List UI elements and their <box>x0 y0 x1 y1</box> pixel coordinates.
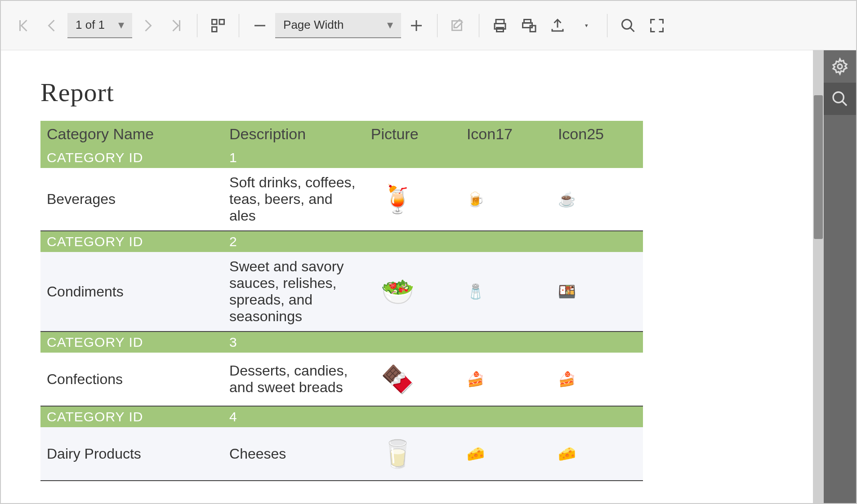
svg-rect-0 <box>212 19 217 24</box>
table-row: BeveragesSoft drinks, coffees, teas, bee… <box>40 168 643 231</box>
cell-name: Confections <box>40 353 223 406</box>
search-panel-button[interactable] <box>824 83 856 115</box>
zoom-select-value: Page Width <box>283 18 344 32</box>
scrollbar-track[interactable] <box>813 50 824 503</box>
cell-name: Beverages <box>40 168 223 231</box>
report-table: Category Name Description Picture Icon17… <box>40 121 643 481</box>
table-header-row: Category Name Description Picture Icon17… <box>40 121 643 147</box>
col-header-icon17: Icon17 <box>460 121 552 147</box>
chevron-down-icon: ▾ <box>387 18 393 32</box>
icon25-icon: ☕ <box>558 191 576 208</box>
col-header-name: Category Name <box>40 121 223 147</box>
chevron-down-icon: ▾ <box>118 18 124 32</box>
svg-line-14 <box>630 27 634 31</box>
table-row: ConfectionsDesserts, candies, and sweet … <box>40 353 643 406</box>
settings-panel-button[interactable] <box>824 50 856 83</box>
picture-icon: 🥛 <box>371 433 425 474</box>
cell-picture: 🍹 <box>365 168 460 231</box>
edit-fields-button[interactable] <box>445 12 472 39</box>
cell-icon25: 🍰 <box>552 353 643 406</box>
group-header-row: CATEGORY ID2 <box>40 231 643 252</box>
table-row: Dairy ProductsCheeses🥛🧀🧀 <box>40 427 643 481</box>
group-id-value: 1 <box>223 147 643 168</box>
cell-picture: 🥛 <box>365 427 460 481</box>
col-header-icon25: Icon25 <box>552 121 643 147</box>
page-select[interactable]: 1 of 1 ▾ <box>67 13 132 38</box>
svg-rect-2 <box>212 27 217 32</box>
picture-icon: 🥗 <box>371 271 425 312</box>
multipage-view-button[interactable] <box>205 12 232 39</box>
cell-icon25: 🍱 <box>552 252 643 332</box>
svg-line-17 <box>842 101 847 106</box>
svg-point-13 <box>622 19 632 29</box>
svg-point-16 <box>833 92 844 102</box>
icon17-icon: 🍺 <box>467 191 485 208</box>
icon25-icon: 🍰 <box>558 371 576 387</box>
group-label: CATEGORY ID <box>40 406 223 427</box>
cell-icon17: 🧀 <box>460 427 552 481</box>
group-id-value: 4 <box>223 406 643 427</box>
icon25-icon: 🧀 <box>558 446 576 462</box>
separator <box>197 14 197 37</box>
col-header-desc: Description <box>223 121 365 147</box>
document-viewport[interactable]: Report Category Name Description Picture… <box>1 50 824 503</box>
zoom-select[interactable]: Page Width ▾ <box>275 13 401 38</box>
icon25-icon: 🍱 <box>558 283 576 300</box>
cell-picture: 🍫 <box>365 353 460 406</box>
cell-desc: Soft drinks, coffees, teas, beers, and a… <box>223 168 365 231</box>
cell-desc: Sweet and savory sauces, relishes, sprea… <box>223 252 365 332</box>
cell-picture: 🥗 <box>365 252 460 332</box>
separator <box>607 14 607 37</box>
cell-icon25: 🧀 <box>552 427 643 481</box>
picture-icon: 🍫 <box>371 359 425 399</box>
group-id-value: 3 <box>223 332 643 353</box>
table-row: CondimentsSweet and savory sauces, relis… <box>40 252 643 332</box>
cell-desc: Cheeses <box>223 427 365 481</box>
group-id-value: 2 <box>223 231 643 252</box>
group-label: CATEGORY ID <box>40 332 223 353</box>
search-button[interactable] <box>615 12 642 39</box>
report-page: Report Category Name Description Picture… <box>13 59 811 503</box>
group-label: CATEGORY ID <box>40 231 223 252</box>
side-panel <box>824 50 856 503</box>
group-header-row: CATEGORY ID1 <box>40 147 643 168</box>
group-header-row: CATEGORY ID4 <box>40 406 643 427</box>
icon17-icon: 🧂 <box>467 283 485 300</box>
next-page-button[interactable] <box>134 12 161 39</box>
cell-desc: Desserts, candies, and sweet breads <box>223 353 365 406</box>
last-page-button[interactable] <box>163 12 190 39</box>
separator <box>437 14 437 37</box>
separator <box>239 14 239 37</box>
picture-icon: 🍹 <box>371 179 425 220</box>
cell-icon17: 🧂 <box>460 252 552 332</box>
col-header-pic: Picture <box>365 121 460 147</box>
export-button[interactable] <box>544 12 571 39</box>
group-header-row: CATEGORY ID3 <box>40 332 643 353</box>
group-label: CATEGORY ID <box>40 147 223 168</box>
scrollbar-thumb[interactable] <box>814 95 823 239</box>
separator <box>479 14 479 37</box>
cell-name: Dairy Products <box>40 427 223 481</box>
fullscreen-button[interactable] <box>643 12 670 39</box>
cell-name: Condiments <box>40 252 223 332</box>
svg-point-15 <box>838 64 842 69</box>
cell-icon17: 🍰 <box>460 353 552 406</box>
page-select-value: 1 of 1 <box>76 18 105 32</box>
prev-page-button[interactable] <box>39 12 66 39</box>
print-page-button[interactable] <box>515 12 542 39</box>
cell-icon17: 🍺 <box>460 168 552 231</box>
report-title: Report <box>40 77 784 107</box>
zoom-out-button[interactable] <box>246 12 273 39</box>
print-button[interactable] <box>487 12 513 39</box>
export-dropdown-button[interactable]: ▾ <box>573 12 600 39</box>
svg-rect-1 <box>219 19 224 24</box>
cell-icon25: ☕ <box>552 168 643 231</box>
zoom-in-button[interactable] <box>403 12 430 39</box>
icon17-icon: 🧀 <box>467 446 485 462</box>
icon17-icon: 🍰 <box>467 371 485 387</box>
toolbar: 1 of 1 ▾ Page Width ▾ <box>1 1 856 50</box>
chevron-down-icon: ▾ <box>585 22 588 29</box>
first-page-button[interactable] <box>10 12 37 39</box>
